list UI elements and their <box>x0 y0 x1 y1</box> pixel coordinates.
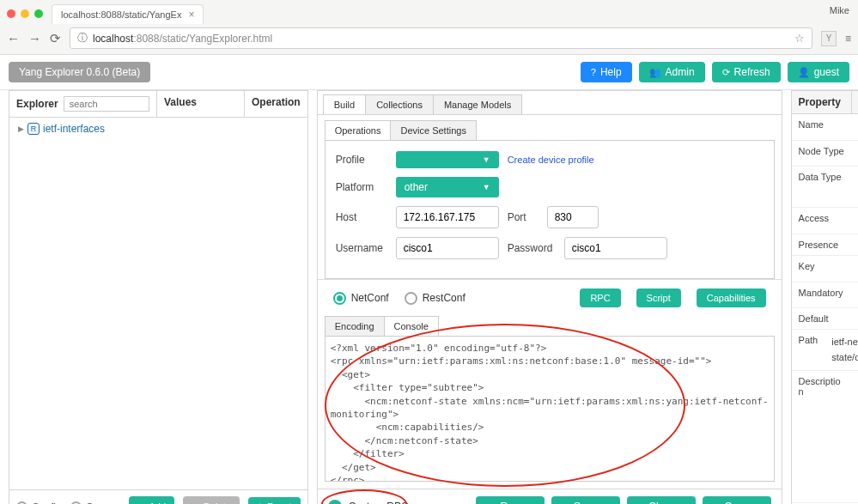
property-row: Pathietf-netconf-monitoring/netconf-stat… <box>792 330 858 371</box>
property-row: Node Typeleaf <box>792 141 858 167</box>
explorer-panel: Explorer Values Operation ▶ R ietf-inter… <box>9 90 308 504</box>
property-value: read-only <box>852 208 858 234</box>
url-host: localhost <box>93 33 133 45</box>
app-title: Yang Explorer 0.6.0 (Beta) <box>9 62 150 82</box>
admin-button[interactable]: 👥Admin <box>639 62 705 82</box>
reset-button[interactable]: ⟳ Reset <box>248 497 301 504</box>
port-label: Port <box>508 211 539 223</box>
restconf-radio[interactable]: RestConf <box>405 292 466 305</box>
user-icon: 👤 <box>798 67 810 78</box>
users-icon: 👥 <box>649 67 661 78</box>
property-key: Path <box>792 330 825 370</box>
script-button[interactable]: Script <box>636 288 681 307</box>
back-icon[interactable]: ← <box>7 31 20 46</box>
app-toolbar: Yang Explorer 0.6.0 (Beta) ?Help 👥Admin … <box>0 55 858 90</box>
platform-label: Platform <box>336 181 387 193</box>
minimize-window-icon[interactable] <box>21 9 29 18</box>
property-value <box>852 308 858 329</box>
oper-radio[interactable]: Oper <box>70 501 109 505</box>
property-header: Property <box>792 91 852 113</box>
tab-console[interactable]: Console <box>384 316 439 337</box>
bookmark-icon[interactable]: ☆ <box>794 32 805 45</box>
forward-icon[interactable]: → <box>28 31 41 46</box>
run-button[interactable]: Run <box>476 496 545 504</box>
property-value: netconf-datastore-type <box>852 167 858 207</box>
help-button[interactable]: ?Help <box>581 62 632 82</box>
caret-right-icon: ▶ <box>18 124 24 133</box>
password-input[interactable] <box>564 237 667 259</box>
address-bar[interactable]: ⓘ localhost:8088/static/YangExplorer.htm… <box>70 27 812 49</box>
build-panel: Build Collections Manage Models Operatio… <box>317 90 782 504</box>
property-value: true <box>852 282 858 308</box>
tab-operations[interactable]: Operations <box>325 120 392 141</box>
property-key: Node Type <box>792 141 852 167</box>
tab-manage-models[interactable]: Manage Models <box>433 94 522 114</box>
maximize-window-icon[interactable] <box>34 9 43 18</box>
tab-build[interactable]: Build <box>323 94 366 114</box>
profile-label: Profile <box>336 154 387 166</box>
console-output[interactable]: <?xml version="1.0" encoding="utf-8"?> <… <box>325 336 775 482</box>
radio-icon <box>405 292 417 305</box>
property-key: Presence <box>792 234 852 255</box>
property-key: Mandatory <box>792 282 852 308</box>
property-row: Data Typenetconf-datastore-type <box>792 167 858 208</box>
save-button[interactable]: Save <box>551 496 620 504</box>
property-row: Mandatorytrue <box>792 282 858 309</box>
custom-rpc-label: Custom RPC <box>349 501 409 504</box>
tree-item-ietf-interfaces[interactable]: ▶ R ietf-interfaces <box>18 123 299 135</box>
delete-button[interactable]: － Delete <box>183 496 240 504</box>
rpc-button[interactable]: RPC <box>580 288 620 307</box>
help-icon: ? <box>591 67 596 77</box>
url-path: :8088/static/YangExplorer.html <box>133 33 272 45</box>
tab-device-settings[interactable]: Device Settings <box>390 120 476 141</box>
reload-icon[interactable]: ⟳ <box>50 31 61 46</box>
explorer-header: Explorer <box>16 98 58 110</box>
property-row: Presence <box>792 234 858 256</box>
site-info-icon[interactable]: ⓘ <box>77 31 88 46</box>
copy-button[interactable]: Copy <box>703 496 771 504</box>
add-button[interactable]: ＋ Add <box>129 496 174 504</box>
clear-button[interactable]: Clear <box>627 496 696 504</box>
guest-button[interactable]: 👤guest <box>788 62 849 82</box>
refresh-icon: ⟳ <box>722 67 730 78</box>
browser-tab[interactable]: localhost:8088/static/YangEx × <box>52 4 204 24</box>
search-provider-icon[interactable]: Y <box>821 31 837 46</box>
close-window-icon[interactable] <box>7 9 15 18</box>
capabilities-button[interactable]: Capabilities <box>697 288 766 307</box>
value-header: Value <box>852 91 858 113</box>
close-tab-icon[interactable]: × <box>188 9 194 21</box>
tab-title: localhost:8088/static/YangEx <box>61 9 181 20</box>
checkbox-checked-icon[interactable]: ✓ <box>328 500 342 504</box>
operation-header: Operation <box>245 91 307 117</box>
property-key: Name <box>792 114 852 140</box>
module-badge-icon: R <box>27 123 40 135</box>
property-row: Namename <box>792 114 858 141</box>
property-key: Default <box>792 308 852 329</box>
create-profile-link[interactable]: Create device profile <box>508 155 594 165</box>
property-value <box>852 234 858 255</box>
values-header: Values <box>157 91 245 117</box>
browser-menu-icon[interactable]: ≡ <box>845 33 851 45</box>
property-row: DescriptionName of the datastore associa… <box>792 371 858 503</box>
property-value: ietf-netconf-monitoring/netconf-state/da… <box>825 330 858 370</box>
tab-encoding[interactable]: Encoding <box>325 316 385 337</box>
refresh-button[interactable]: ⟳Refresh <box>712 62 781 82</box>
search-input[interactable] <box>64 96 149 112</box>
username-input[interactable] <box>396 237 499 259</box>
chevron-down-icon: ▼ <box>483 183 490 191</box>
config-radio[interactable]: Config <box>16 501 62 505</box>
browser-chrome: localhost:8088/static/YangEx × Mike ← → … <box>0 0 858 55</box>
property-key: Key <box>792 256 852 282</box>
property-value: Name of the datastore associated with th… <box>852 371 858 502</box>
browser-user[interactable]: Mike <box>830 5 849 15</box>
chevron-down-icon: ▼ <box>483 155 490 164</box>
profile-dropdown[interactable]: ▼ <box>396 151 499 168</box>
property-value: leaf <box>852 141 858 167</box>
password-label: Password <box>508 242 556 254</box>
netconf-radio[interactable]: NetConf <box>333 292 389 305</box>
property-key: Description <box>792 371 852 502</box>
platform-dropdown[interactable]: other▼ <box>396 177 499 197</box>
tab-collections[interactable]: Collections <box>365 94 434 114</box>
host-input[interactable] <box>396 206 499 228</box>
port-input[interactable] <box>547 206 599 228</box>
